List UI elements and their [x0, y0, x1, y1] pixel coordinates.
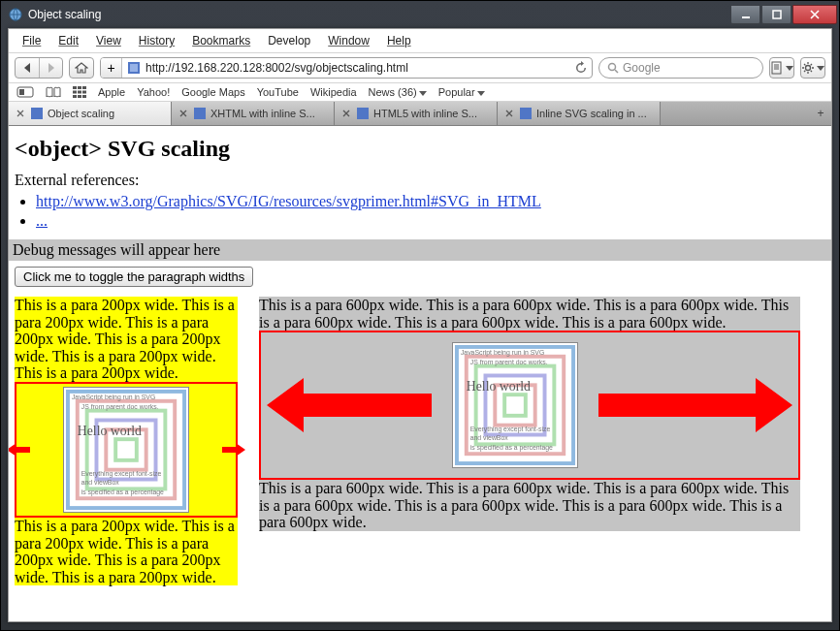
- bm-youtube[interactable]: YouTube: [257, 86, 299, 98]
- browser-frame: File Edit View History Bookmarks Develop…: [8, 28, 832, 622]
- settings-menu-button[interactable]: [800, 57, 825, 79]
- bm-yahoo[interactable]: Yahoo!: [137, 86, 170, 98]
- tab-close-icon[interactable]: [178, 108, 189, 119]
- svg-rect-6: [772, 62, 781, 74]
- tab-label: XHTML with inline S...: [210, 108, 315, 119]
- ref-link-1[interactable]: http://www.w3.org/Graphics/SVG/IG/resour…: [36, 193, 541, 209]
- debug-bar: Debug messages will appear here: [9, 239, 831, 261]
- svg-rect-21: [357, 108, 369, 119]
- tab-label: Object scaling: [48, 108, 114, 119]
- svg-text:and viewBox: and viewBox: [470, 435, 509, 442]
- menu-bar: File Edit View History Bookmarks Develop…: [9, 29, 831, 53]
- address-bar[interactable]: + http://192.168.220.128:8002/svg/object…: [100, 57, 593, 79]
- svg-rect-9: [19, 89, 24, 95]
- ref-link-2[interactable]: ...: [36, 212, 48, 229]
- svg-rect-16: [73, 95, 77, 98]
- arrow-left-icon: [9, 443, 30, 457]
- toolbar: + http://192.168.220.128:8002/svg/object…: [9, 53, 831, 83]
- svg-text:and viewBox: and viewBox: [81, 479, 120, 486]
- menu-history[interactable]: History: [131, 32, 182, 49]
- favicon-icon: [519, 107, 533, 120]
- menu-file[interactable]: File: [15, 32, 48, 49]
- para-600-bottom: This is a para 600px wide. This is a par…: [259, 480, 800, 531]
- page-menu-button[interactable]: [769, 57, 794, 79]
- back-button[interactable]: [16, 58, 39, 78]
- reading-list-button[interactable]: [46, 86, 61, 98]
- tab-3[interactable]: Inline SVG scaling in ...: [498, 102, 661, 125]
- close-button[interactable]: [792, 5, 837, 24]
- menu-help[interactable]: Help: [379, 32, 419, 49]
- col-600: This is a para 600px wide. This is a par…: [259, 297, 800, 531]
- svg-rect-18: [82, 95, 86, 98]
- toggle-width-button[interactable]: Click me to toggle the paragraph widths: [15, 267, 253, 287]
- tab-1[interactable]: XHTML with inline S...: [172, 102, 335, 125]
- nested-svg: JavaScript being run in SVG JS from pare…: [452, 342, 578, 468]
- svg-text:JS from parent doc works.: JS from parent doc works.: [470, 359, 548, 366]
- window-title: Object scaling: [28, 8, 101, 21]
- tab-close-icon[interactable]: [15, 108, 26, 119]
- svg-rect-20: [194, 108, 206, 119]
- menu-view[interactable]: View: [88, 32, 129, 49]
- para-600-top: This is a para 600px wide. This is a par…: [259, 297, 800, 331]
- titlebar[interactable]: Object scaling: [1, 1, 839, 28]
- gear-icon: [801, 61, 815, 75]
- svg-rect-17: [78, 95, 81, 98]
- add-bookmark-button[interactable]: +: [101, 58, 122, 78]
- search-placeholder: Google: [623, 61, 661, 75]
- svg-rect-4: [130, 64, 138, 72]
- page-viewport: <object> SVG scaling External references…: [9, 126, 831, 621]
- favicon-icon: [193, 107, 207, 120]
- svg-rect-22: [520, 108, 532, 119]
- svg-rect-2: [773, 11, 781, 18]
- svg-rect-19: [31, 108, 43, 119]
- url-text[interactable]: http://192.168.220.128:8002/svg/objectsc…: [145, 61, 570, 75]
- show-bookmarks-button[interactable]: [16, 86, 34, 98]
- tab-2[interactable]: HTML5 with inline S...: [335, 102, 498, 125]
- forward-button[interactable]: [39, 58, 62, 78]
- svg-rect-14: [78, 91, 81, 94]
- svg-text:is specified as a percentage: is specified as a percentage: [470, 444, 553, 452]
- svg-text:Hello world: Hello world: [78, 424, 142, 438]
- menu-edit[interactable]: Edit: [50, 32, 86, 49]
- svg-point-5: [609, 64, 616, 71]
- home-button[interactable]: [69, 57, 94, 79]
- svg-text:JavaScript being run in SVG: JavaScript being run in SVG: [461, 349, 544, 357]
- svg-rect-1: [742, 16, 750, 18]
- para-200-top: This is a para 200px wide. This is a par…: [15, 297, 238, 382]
- search-field[interactable]: Google: [598, 57, 763, 79]
- tab-close-icon[interactable]: [503, 108, 515, 119]
- bm-wikipedia[interactable]: Wikipedia: [310, 86, 357, 98]
- bm-apple[interactable]: Apple: [98, 86, 125, 98]
- svg-rect-28: [115, 439, 137, 460]
- maximize-button[interactable]: [761, 5, 792, 24]
- menu-window[interactable]: Window: [320, 32, 377, 49]
- nested-svg: JavaScript being run in SVG JS from pare…: [63, 387, 189, 513]
- reload-icon[interactable]: [574, 61, 588, 75]
- svg-rect-37: [476, 366, 555, 445]
- bm-gmaps[interactable]: Google Maps: [181, 86, 244, 98]
- arrow-right-icon: [222, 443, 245, 457]
- svg-text:Everything except font-size: Everything except font-size: [81, 470, 162, 478]
- svg-rect-40: [504, 394, 526, 416]
- minimize-button[interactable]: [730, 5, 760, 24]
- svg-rect-15: [82, 91, 86, 94]
- svg-point-7: [806, 66, 811, 71]
- svg-text:Hello world: Hello world: [467, 379, 531, 394]
- globe-icon: [9, 8, 22, 21]
- svg-object-600: JavaScript being run in SVG JS from pare…: [259, 331, 800, 480]
- tab-0[interactable]: Object scaling: [9, 102, 172, 125]
- tab-close-icon[interactable]: [340, 108, 352, 119]
- bm-popular[interactable]: Popular: [438, 86, 485, 98]
- new-tab-button[interactable]: +: [810, 102, 831, 125]
- svg-rect-12: [82, 86, 86, 89]
- bm-news[interactable]: News (36): [369, 86, 427, 98]
- menu-develop[interactable]: Develop: [260, 32, 318, 49]
- svg-rect-25: [87, 411, 166, 489]
- page-icon: [770, 61, 784, 75]
- menu-bookmarks[interactable]: Bookmarks: [184, 32, 258, 49]
- ext-refs-label: External references:: [15, 172, 825, 189]
- top-sites-button[interactable]: [73, 86, 86, 98]
- tab-label: Inline SVG scaling in ...: [536, 108, 647, 119]
- search-icon: [607, 62, 619, 74]
- arrow-left-icon: [267, 378, 432, 432]
